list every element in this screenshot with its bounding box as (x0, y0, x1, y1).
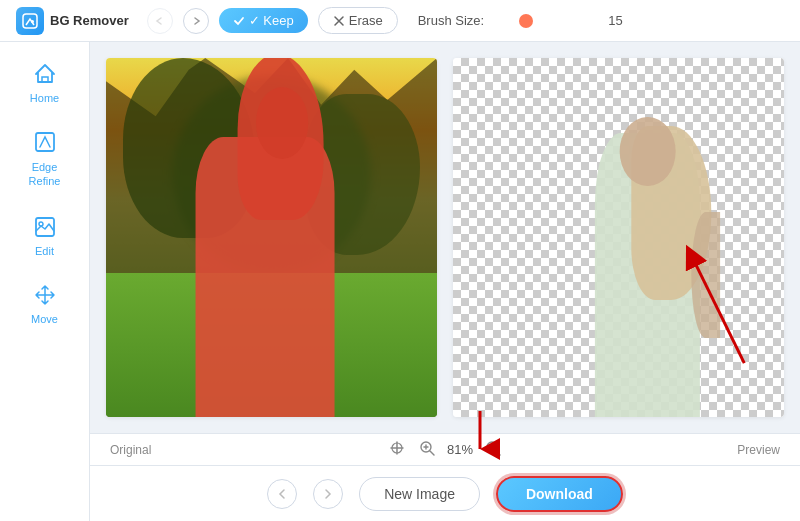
zoom-out-button[interactable] (483, 440, 503, 460)
app-logo: BG Remover (16, 7, 129, 35)
undo-button[interactable] (147, 8, 173, 34)
pan-button[interactable] (387, 440, 407, 460)
sidebar-edit-label: Edit (35, 245, 54, 257)
prev-button[interactable] (267, 479, 297, 509)
canvas-panels (90, 42, 800, 433)
new-image-button[interactable]: New Image (359, 477, 480, 511)
sidebar-item-home[interactable]: Home (9, 50, 81, 114)
redo-button[interactable] (183, 8, 209, 34)
sidebar-edge-refine-label: EdgeRefine (29, 160, 61, 189)
sidebar-move-label: Move (31, 313, 58, 325)
download-button[interactable]: Download (496, 476, 623, 512)
preview-panel (453, 58, 784, 417)
app-logo-text: BG Remover (50, 13, 129, 28)
zoom-controls: 81% (387, 440, 503, 460)
zoom-value: 81% (447, 442, 473, 457)
brush-size-label: Brush Size: (418, 13, 484, 28)
svg-point-1 (31, 20, 34, 23)
zoom-in-button[interactable] (417, 440, 437, 460)
edit-icon (31, 213, 59, 241)
edge-refine-icon (31, 128, 59, 156)
preview-label: Preview (737, 443, 780, 457)
footer: New Image Download (90, 465, 800, 521)
status-bar: Original 81% Preview (90, 433, 800, 465)
canvas-area: Original 81% Preview (90, 42, 800, 521)
svg-rect-0 (23, 14, 37, 28)
app-logo-icon (16, 7, 44, 35)
keep-button[interactable]: ✓ Keep (219, 8, 308, 33)
sidebar-item-edit[interactable]: Edit (9, 203, 81, 267)
original-label: Original (110, 443, 151, 457)
brush-size-value: 15 (608, 13, 632, 28)
keep-label: ✓ Keep (249, 13, 294, 28)
next-button[interactable] (313, 479, 343, 509)
sidebar-home-label: Home (30, 92, 59, 104)
erase-label: Erase (349, 13, 383, 28)
main-content: Home EdgeRefine Edit Move (0, 42, 800, 521)
svg-rect-2 (42, 77, 48, 82)
erase-button[interactable]: Erase (318, 7, 398, 34)
brush-size-slider[interactable] (494, 19, 594, 23)
original-panel (106, 58, 437, 417)
sidebar-item-edge-refine[interactable]: EdgeRefine (9, 118, 81, 199)
sidebar-item-move[interactable]: Move (9, 271, 81, 335)
sidebar: Home EdgeRefine Edit Move (0, 42, 90, 521)
move-icon (31, 281, 59, 309)
home-icon (31, 60, 59, 88)
toolbar: BG Remover ✓ Keep Erase Brush Size: 15 (0, 0, 800, 42)
